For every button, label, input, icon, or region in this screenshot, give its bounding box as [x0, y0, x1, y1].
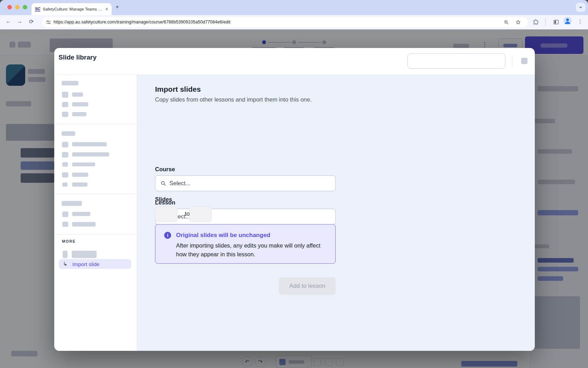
slides-label: Slides	[155, 196, 172, 203]
course-label: Course	[155, 166, 175, 173]
bookmark-star-icon[interactable]	[515, 19, 521, 25]
slides-from-input[interactable]	[155, 207, 177, 222]
new-tab-button[interactable]: +	[115, 4, 119, 11]
url-text: https://app.au.safetyculture.com/trainin…	[54, 20, 230, 25]
tab-search-button[interactable]	[576, 3, 586, 12]
window-minimize-button[interactable]	[15, 5, 20, 9]
extensions-icon[interactable]	[533, 19, 539, 25]
import-slides-subheading: Copy slides from other lessons and impor…	[155, 96, 312, 103]
address-bar[interactable]: https://app.au.safetyculture.com/trainin…	[42, 17, 528, 27]
browser-tab[interactable]: SC SafetyCulture: Manage Teams and... ×	[31, 3, 112, 15]
forward-button[interactable]: →	[17, 18, 22, 25]
slide-library-search-input[interactable]	[407, 53, 505, 69]
sidebar-more-label: MORE	[62, 239, 76, 243]
close-button-placeholder-icon[interactable]	[521, 58, 527, 64]
course-select-placeholder: Select...	[169, 180, 190, 187]
info-banner: i Original slides will be unchanged Afte…	[155, 224, 336, 264]
profile-avatar[interactable]	[564, 17, 572, 25]
chevron-down-icon	[579, 5, 583, 9]
sidebar-skeleton	[72, 251, 97, 258]
zoom-icon[interactable]	[503, 19, 509, 25]
tab-close-icon[interactable]: ×	[105, 6, 108, 12]
import-slides-heading: Import slides	[155, 85, 201, 93]
search-icon	[160, 180, 166, 186]
tab-strip: SC SafetyCulture: Manage Teams and... × …	[0, 0, 588, 15]
safetyculture-favicon: SC	[35, 7, 40, 12]
screen: SC SafetyCulture: Manage Teams and... × …	[0, 0, 588, 368]
site-settings-icon[interactable]	[46, 19, 51, 25]
import-arrow-icon: ↳	[63, 261, 68, 267]
person-icon	[564, 17, 572, 25]
add-to-lesson-button[interactable]: Add to lesson	[279, 277, 336, 295]
modal-title: Slide library	[58, 54, 97, 61]
browser-toolbar: ← → ⟳ https://app.au.safetyculture.com/t…	[0, 15, 588, 29]
sidebar-skeleton	[63, 251, 68, 258]
info-icon: i	[164, 232, 171, 239]
info-title: Original slides will be unchanged	[176, 232, 270, 239]
window-close-button[interactable]	[7, 5, 12, 9]
sidebar-item-import-slide[interactable]: ↳ Import slide	[59, 259, 131, 269]
browser-menu-kebab[interactable]: ⋮	[578, 19, 583, 25]
slides-to-input[interactable]	[189, 207, 212, 222]
tab-title: SafetyCulture: Manage Teams and...	[43, 7, 103, 11]
header-divider	[512, 55, 512, 67]
window-zoom-button[interactable]	[23, 5, 27, 9]
back-button[interactable]: ←	[6, 18, 11, 25]
side-panel-icon[interactable]	[553, 19, 559, 25]
import-slide-label: Import slide	[72, 261, 100, 267]
toolbar-divider	[545, 18, 546, 26]
course-select[interactable]: Select...	[155, 175, 336, 191]
slide-library-modal: Slide library MORE	[54, 48, 535, 351]
reload-button[interactable]: ⟳	[29, 18, 34, 25]
sidebar-border	[137, 75, 137, 351]
browser-window: SC SafetyCulture: Manage Teams and... × …	[0, 0, 588, 368]
info-body: After importing slides, any edits you ma…	[176, 241, 332, 259]
